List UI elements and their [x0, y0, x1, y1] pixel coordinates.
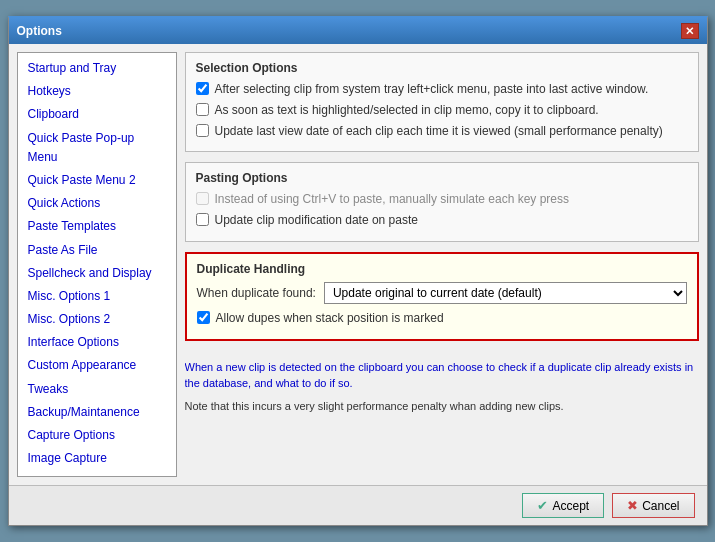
duplicate-action-dropdown[interactable]: Update original to current date (default…	[324, 282, 687, 304]
sidebar-item-hotkeys[interactable]: Hotkeys	[18, 80, 176, 103]
selection-option-3-row: Update last view date of each clip each …	[196, 123, 688, 140]
selection-options-section: Selection Options After selecting clip f…	[185, 52, 699, 152]
selection-option-2-row: As soon as text is highlighted/selected …	[196, 102, 688, 119]
pasting-option-2-checkbox[interactable]	[196, 213, 209, 226]
when-duplicate-label: When duplicate found:	[197, 286, 316, 300]
allow-dupes-checkbox[interactable]	[197, 311, 210, 324]
sidebar-item-misc-options-1[interactable]: Misc. Options 1	[18, 285, 176, 308]
sidebar-item-backup-maintanence[interactable]: Backup/Maintanence	[18, 401, 176, 424]
pasting-option-1-row: Instead of using Ctrl+V to paste, manual…	[196, 191, 688, 208]
accept-label: Accept	[552, 499, 589, 513]
cancel-label: Cancel	[642, 499, 679, 513]
sidebar-item-quick-paste-popup[interactable]: Quick Paste Pop-up Menu	[18, 127, 176, 169]
sidebar-item-quick-paste-menu2[interactable]: Quick Paste Menu 2	[18, 169, 176, 192]
sidebar-item-capture-options[interactable]: Capture Options	[18, 424, 176, 447]
title-bar: Options ✕	[9, 18, 707, 44]
selection-option-1-row: After selecting clip from system tray le…	[196, 81, 688, 98]
main-panel: Selection Options After selecting clip f…	[185, 52, 699, 477]
selection-option-1-label: After selecting clip from system tray le…	[215, 81, 649, 98]
selection-option-2-checkbox[interactable]	[196, 103, 209, 116]
accept-button[interactable]: ✔ Accept	[522, 493, 604, 518]
x-icon: ✖	[627, 498, 638, 513]
duplicate-handling-section: Duplicate Handling When duplicate found:…	[185, 252, 699, 341]
sidebar-item-spellcheck[interactable]: Spellcheck and Display	[18, 262, 176, 285]
pasting-options-title: Pasting Options	[196, 171, 688, 185]
sidebar-item-startup[interactable]: Startup and Tray	[18, 57, 176, 80]
sidebar-item-clipboard[interactable]: Clipboard	[18, 103, 176, 126]
pasting-option-2-label: Update clip modification date on paste	[215, 212, 418, 229]
close-button[interactable]: ✕	[681, 23, 699, 39]
sidebar-item-interface-options[interactable]: Interface Options	[18, 331, 176, 354]
sidebar-item-tweaks[interactable]: Tweaks	[18, 378, 176, 401]
sidebar-item-image-capture[interactable]: Image Capture	[18, 447, 176, 470]
sidebar-item-misc-options-2[interactable]: Misc. Options 2	[18, 308, 176, 331]
selection-option-2-label: As soon as text is highlighted/selected …	[215, 102, 599, 119]
info-text: When a new clip is detected on the clipb…	[185, 359, 699, 392]
pasting-option-2-row: Update clip modification date on paste	[196, 212, 688, 229]
footer: ✔ Accept ✖ Cancel	[9, 485, 707, 525]
sidebar-item-custom-appearance[interactable]: Custom Appearance	[18, 354, 176, 377]
cancel-button[interactable]: ✖ Cancel	[612, 493, 694, 518]
selection-option-1-checkbox[interactable]	[196, 82, 209, 95]
sidebar-item-statistics[interactable]: Statistics	[18, 470, 176, 477]
selection-options-title: Selection Options	[196, 61, 688, 75]
content-area: Startup and TrayHotkeysClipboardQuick Pa…	[9, 44, 707, 485]
sidebar-item-paste-as-file[interactable]: Paste As File	[18, 239, 176, 262]
selection-option-3-checkbox[interactable]	[196, 124, 209, 137]
allow-dupes-label: Allow dupes when stack position is marke…	[216, 310, 444, 327]
pasting-option-1-label: Instead of using Ctrl+V to paste, manual…	[215, 191, 570, 208]
note-text: Note that this incurs a very slight perf…	[185, 398, 699, 415]
sidebar-item-paste-templates[interactable]: Paste Templates	[18, 215, 176, 238]
duplicate-dropdown-row: When duplicate found: Update original to…	[197, 282, 687, 304]
selection-option-3-label: Update last view date of each clip each …	[215, 123, 663, 140]
pasting-options-section: Pasting Options Instead of using Ctrl+V …	[185, 162, 699, 242]
sidebar-item-quick-actions[interactable]: Quick Actions	[18, 192, 176, 215]
duplicate-handling-title: Duplicate Handling	[197, 262, 687, 276]
check-icon: ✔	[537, 498, 548, 513]
window-title: Options	[17, 24, 62, 38]
sidebar: Startup and TrayHotkeysClipboardQuick Pa…	[17, 52, 177, 477]
pasting-option-1-checkbox[interactable]	[196, 192, 209, 205]
info-text-area: When a new clip is detected on the clipb…	[185, 351, 699, 415]
options-window: Options ✕ Startup and TrayHotkeysClipboa…	[8, 16, 708, 526]
allow-dupes-row: Allow dupes when stack position is marke…	[197, 310, 687, 327]
